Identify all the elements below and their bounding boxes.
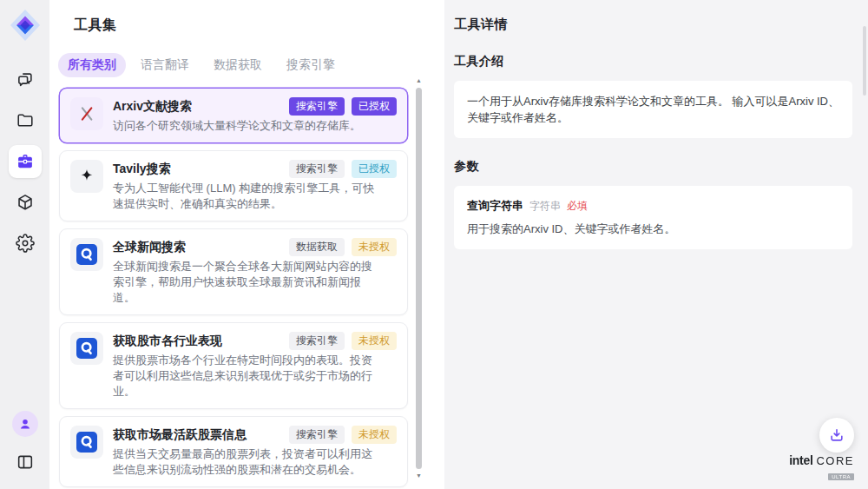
tool-card[interactable]: 全球新闻搜索 数据获取 未授权 全球新闻搜索是一个聚合全球各大新闻网站内容的搜索… bbox=[59, 228, 408, 315]
scroll-up-icon[interactable]: ▲ bbox=[414, 76, 424, 85]
tool-icon bbox=[70, 332, 103, 365]
tool-description: 全球新闻搜索是一个聚合全球各大新闻网站内容的搜索引擎，帮助用户快速获取全球最新资… bbox=[113, 259, 376, 306]
q-search-icon bbox=[76, 243, 98, 266]
download-button[interactable] bbox=[819, 418, 854, 453]
intro-card: 一个用于从Arxiv存储库搜索科学论文和文章的工具。 输入可以是Arxiv ID… bbox=[454, 81, 852, 138]
scroll-down-icon[interactable]: ▼ bbox=[414, 472, 424, 480]
tool-title: 获取股市各行业表现 bbox=[113, 332, 222, 349]
scrollbar-thumb[interactable] bbox=[416, 88, 422, 469]
tool-title: 全球新闻搜索 bbox=[113, 238, 186, 255]
category-badge: 搜索引擎 bbox=[289, 426, 345, 444]
tool-description: 专为人工智能代理 (LLM) 构建的搜索引擎工具，可快速提供实时、准确和真实的结… bbox=[113, 181, 376, 212]
arxiv-x-icon bbox=[77, 104, 96, 123]
sparkle-icon bbox=[77, 167, 96, 186]
tool-icon bbox=[70, 160, 103, 193]
status-badge: 未授权 bbox=[352, 426, 397, 444]
category-tab[interactable]: 搜索引擎 bbox=[277, 53, 345, 77]
category-badge: 数据获取 bbox=[289, 238, 345, 256]
download-icon bbox=[828, 426, 845, 444]
detail-title: 工具详情 bbox=[454, 17, 852, 33]
left-rail bbox=[0, 0, 49, 489]
tool-icon bbox=[70, 238, 103, 271]
intro-text: 一个用于从Arxiv存储库搜索科学论文和文章的工具。 输入可以是Arxiv ID… bbox=[467, 93, 839, 126]
tool-title: 获取市场最活跃股票信息 bbox=[113, 426, 247, 443]
cube-nav-icon[interactable] bbox=[9, 186, 42, 219]
tool-card[interactable]: 获取股市各行业表现 搜索引擎 未授权 提供股票市场各个行业在特定时间段内的表现。… bbox=[59, 322, 408, 409]
panel-toggle-icon[interactable] bbox=[9, 446, 42, 479]
param-required-flag: 必填 bbox=[567, 199, 588, 214]
param-type: 字符串 bbox=[529, 199, 561, 214]
brand-badge: ultra bbox=[828, 473, 854, 480]
category-badge: 搜索引擎 bbox=[289, 97, 345, 116]
status-badge: 已授权 bbox=[352, 160, 397, 178]
brand-intel: intel bbox=[789, 453, 812, 467]
tool-description: 访问各个研究领域大量科学论文和文章的存储库。 bbox=[113, 118, 376, 134]
tool-card[interactable]: Tavily搜索 搜索引擎 已授权 专为人工智能代理 (LLM) 构建的搜索引擎… bbox=[59, 150, 408, 221]
user-avatar[interactable] bbox=[12, 411, 38, 437]
q-search-icon bbox=[76, 337, 98, 360]
param-card: 查询字符串 字符串 必填 用于搜索的Arxiv ID、关键字或作者姓名。 bbox=[454, 186, 852, 249]
tool-title: Arxiv文献搜索 bbox=[113, 97, 192, 115]
param-description: 用于搜索的Arxiv ID、关键字或作者姓名。 bbox=[467, 221, 839, 237]
rail-bottom bbox=[9, 411, 42, 479]
detail-scrollbar-thumb[interactable] bbox=[863, 26, 866, 96]
q-search-icon bbox=[76, 431, 98, 453]
chat-nav-icon[interactable] bbox=[9, 63, 42, 96]
folder-nav-icon[interactable] bbox=[9, 104, 42, 137]
app-logo bbox=[9, 8, 42, 43]
list-scrollbar[interactable]: ▲ ▼ bbox=[414, 76, 424, 480]
tool-title: Tavily搜索 bbox=[113, 160, 171, 177]
toolset-panel: 工具集 所有类别语言翻译数据获取搜索引擎 Arxiv文献搜索 搜索引擎 已授权 … bbox=[49, 0, 444, 489]
intro-heading: 工具介绍 bbox=[454, 54, 852, 69]
category-tab[interactable]: 数据获取 bbox=[204, 53, 272, 77]
tool-card[interactable]: Arxiv文献搜索 搜索引擎 已授权 访问各个研究领域大量科学论文和文章的存储库… bbox=[59, 88, 408, 143]
tool-icon bbox=[70, 426, 103, 459]
status-badge: 未授权 bbox=[352, 332, 397, 350]
category-tab[interactable]: 语言翻译 bbox=[131, 53, 199, 77]
category-tab[interactable]: 所有类别 bbox=[58, 53, 126, 77]
tool-card[interactable]: 获取市场最活跃股票信息 搜索引擎 未授权 提供当天交易量最高的股票列表，投资者可… bbox=[59, 416, 408, 487]
intel-core-logo: intel core ultra bbox=[789, 453, 854, 481]
category-tabs: 所有类别语言翻译数据获取搜索引擎 bbox=[58, 53, 444, 77]
category-badge: 搜索引擎 bbox=[289, 160, 345, 178]
toolbox-nav-icon[interactable] bbox=[9, 145, 42, 178]
tool-icon bbox=[70, 97, 103, 130]
status-badge: 未授权 bbox=[352, 238, 397, 256]
status-badge: 已授权 bbox=[352, 97, 397, 116]
param-name: 查询字符串 bbox=[467, 198, 523, 214]
tool-detail-panel: 工具详情 工具介绍 一个用于从Arxiv存储库搜索科学论文和文章的工具。 输入可… bbox=[444, 0, 868, 489]
brand-core: core bbox=[816, 454, 854, 467]
category-badge: 搜索引擎 bbox=[289, 332, 345, 350]
page-title: 工具集 bbox=[74, 17, 444, 35]
tool-list: Arxiv文献搜索 搜索引擎 已授权 访问各个研究领域大量科学论文和文章的存储库… bbox=[59, 88, 408, 489]
tool-description: 提供当天交易量最高的股票列表，投资者可以利用这些信息来识别流动性强的股票和潜在的… bbox=[113, 446, 376, 478]
tool-description: 提供股票市场各个行业在特定时间段内的表现。投资者可以利用这些信息来识别表现优于或… bbox=[113, 353, 376, 400]
params-heading: 参数 bbox=[454, 159, 852, 175]
settings-nav-icon[interactable] bbox=[9, 227, 42, 260]
